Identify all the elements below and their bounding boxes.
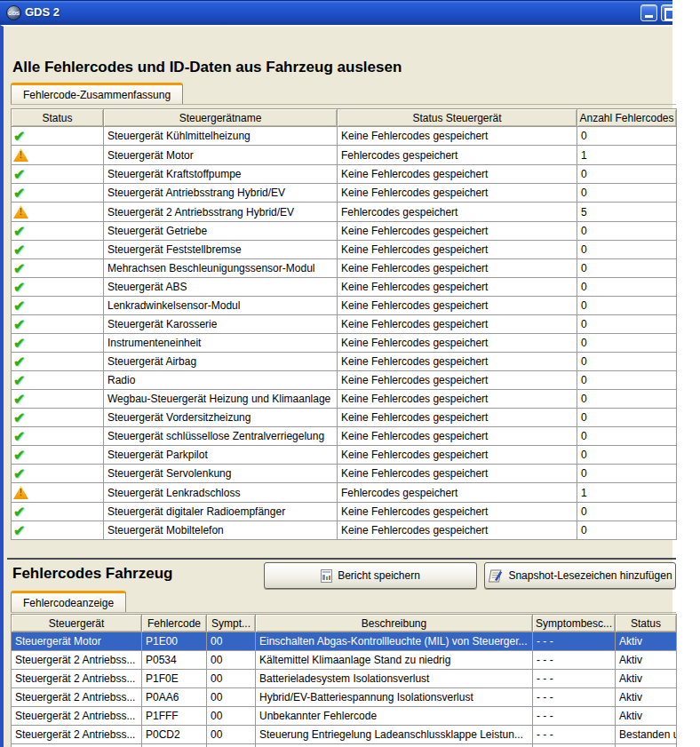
table-row[interactable]: ✔InstrumenteneinheitKeine Fehlercodes ge… bbox=[12, 334, 677, 353]
table-cell: 0 bbox=[577, 390, 677, 409]
table-cell: Keine Fehlercodes gespeichert bbox=[338, 184, 577, 203]
table-row[interactable]: ✔Steuergerät schlüssellose Zentralverrie… bbox=[12, 427, 677, 446]
maximize-button[interactable] bbox=[661, 4, 672, 21]
table-row[interactable]: ✔Steuergerät ParkpilotKeine Fehlercodes … bbox=[12, 446, 677, 465]
column-header[interactable]: Anzahl Fehlercodes bbox=[577, 109, 677, 127]
table-cell: Keine Fehlercodes gespeichert bbox=[338, 315, 577, 334]
summary-table: StatusSteuergerätnameStatus SteuergerätA… bbox=[11, 108, 677, 540]
status-ok-icon: ✔ bbox=[13, 429, 25, 444]
table-cell: Keine Fehlercodes gespeichert bbox=[338, 222, 577, 241]
table-row[interactable]: ✔Steuergerät AirbagKeine Fehlercodes ges… bbox=[12, 353, 677, 371]
status-ok-icon: ✔ bbox=[13, 186, 25, 201]
table-row[interactable]: Steuergerät 2 Antriebss...P053400Kältemi… bbox=[12, 651, 677, 670]
table-cell: Steuergerät Vordersitzheizung bbox=[104, 409, 338, 427]
table-cell: Frühere bbox=[616, 744, 677, 747]
status-ok-icon: ✔ bbox=[13, 523, 25, 538]
status-ok-icon: ✔ bbox=[13, 448, 25, 463]
column-header[interactable]: Beschreibung bbox=[256, 615, 533, 632]
table-cell: 0 bbox=[577, 409, 677, 427]
table-row[interactable]: Steuergerät 2 Antriebss...P1F0E00Batteri… bbox=[12, 670, 677, 688]
table-cell: 00 bbox=[207, 688, 256, 707]
column-header[interactable]: Steuergerätname bbox=[104, 109, 338, 127]
save-report-button[interactable]: Bericht speichern bbox=[264, 562, 477, 589]
table-row[interactable]: Steuergerät 2 Antriebsstrang Hybrid/EVFe… bbox=[12, 203, 677, 222]
column-header[interactable]: Steuergerät bbox=[12, 615, 142, 632]
table-row[interactable]: Steuergerät MotorP1E0000Einschalten Abga… bbox=[12, 632, 677, 651]
tab-panel-border bbox=[11, 104, 676, 105]
status-ok-icon: ✔ bbox=[13, 242, 25, 258]
table-row[interactable]: ✔Wegbau-Steuergerät Heizung und Klimaanl… bbox=[12, 390, 677, 409]
table-cell: ✔ bbox=[12, 371, 104, 390]
table-row[interactable]: ✔Steuergerät MobiltelefonKeine Fehlercod… bbox=[12, 521, 677, 540]
table-row[interactable]: ✔Steuergerät VordersitzheizungKeine Fehl… bbox=[12, 409, 677, 427]
table-cell: 0 bbox=[577, 127, 677, 146]
table-cell: Steuergerät Kühlmittelheizung bbox=[104, 127, 338, 146]
table-cell: Unbekannter Fehlercode bbox=[256, 707, 533, 726]
table-cell: Steuergerät Feststellbremse bbox=[104, 241, 338, 259]
add-snapshot-bookmark-button[interactable]: Snapshot-Lesezeichen hinzufügen bbox=[484, 562, 676, 589]
table-cell: 0 bbox=[577, 465, 677, 483]
table-cell: Aktiv bbox=[616, 632, 677, 651]
status-ok-icon: ✔ bbox=[13, 410, 25, 425]
table-row[interactable]: ✔Steuergerät digitaler RadioempfängerKei… bbox=[12, 503, 677, 521]
table-cell: - - - bbox=[533, 670, 616, 688]
table-cell: Steuergerät 2 Antriebsstrang Hybrid/EV bbox=[104, 203, 338, 222]
table-cell: Steuergerät Airbag bbox=[104, 353, 338, 371]
table-cell: Keine Fehlercodes gespeichert bbox=[338, 259, 577, 278]
table-cell: P0CD2 bbox=[142, 726, 207, 744]
title-bar[interactable]: GDS GDS 2 bbox=[0, 0, 672, 25]
table-row[interactable]: Steuergerät LenkradschlossFehlercodes ge… bbox=[12, 483, 677, 503]
table-row[interactable]: Steuergerät MotorFehlercodes gespeichert… bbox=[12, 146, 677, 165]
table-cell: Steuerung Entriegelung Ladeanschlussklap… bbox=[256, 726, 533, 744]
save-report-label: Bericht speichern bbox=[338, 569, 420, 582]
minimize-button[interactable] bbox=[640, 4, 657, 21]
table-cell: Steuergerät schlüssellose Zentralverrieg… bbox=[104, 427, 338, 446]
table-cell: Kältemittel Klimaanlage Stand zu niedrig bbox=[256, 651, 533, 670]
window-content: Alle Fehlercodes und ID-Daten aus Fahrze… bbox=[0, 25, 672, 747]
status-ok-icon: ✔ bbox=[13, 129, 25, 144]
table-cell: 1 bbox=[577, 146, 677, 165]
table-row[interactable]: ✔Steuergerät ABSKeine Fehlercodes gespei… bbox=[12, 278, 677, 297]
table-cell: P0534 bbox=[142, 651, 207, 670]
table-row[interactable]: ✔RadioKeine Fehlercodes gespeichert0 bbox=[12, 371, 677, 390]
table-cell: 0 bbox=[577, 353, 677, 371]
table-row[interactable]: Steuergerät 2 Antriebss...P1FFF00Unbekan… bbox=[12, 707, 677, 726]
table-row[interactable]: Steuergerät 2 Antriebss...P0AA600Hybrid/… bbox=[12, 688, 677, 707]
table-row[interactable]: Steuergerät 2 Antriebss...P0CD200Steueru… bbox=[12, 726, 677, 744]
table-row[interactable]: ✔Mehrachsen Beschleunigungssensor-ModulK… bbox=[12, 259, 677, 278]
table-cell: ✔ bbox=[12, 334, 104, 353]
table-row[interactable]: ✔Steuergerät KarosserieKeine Fehlercodes… bbox=[12, 315, 677, 334]
column-header[interactable]: Fehlercode bbox=[142, 615, 207, 632]
table-cell: P1F0E bbox=[142, 670, 207, 688]
table-row[interactable]: ✔Steuergerät KraftstoffpumpeKeine Fehler… bbox=[12, 165, 677, 184]
column-header[interactable]: Symptombesc... bbox=[533, 615, 616, 632]
table-cell: Steuergerät Motor bbox=[104, 146, 338, 165]
table-row[interactable]: Steuergerät Lenkradsc...U014000Keine Kom… bbox=[12, 744, 677, 747]
table-cell: ✔ bbox=[12, 353, 104, 371]
table-row[interactable]: ✔Steuergerät FeststellbremseKeine Fehler… bbox=[12, 241, 677, 259]
gds2-window: GDS GDS 2 Alle Fehlercodes und ID-Daten … bbox=[0, 0, 672, 747]
summary-table-header-row: StatusSteuergerätnameStatus SteuergerätA… bbox=[12, 109, 677, 127]
table-row[interactable]: ✔Lenkradwinkelsensor-ModulKeine Fehlerco… bbox=[12, 297, 677, 315]
tab-fehlercode-zusammenfassung[interactable]: Fehlercode-Zusammenfassung bbox=[11, 83, 183, 104]
table-row[interactable]: ✔Steuergerät Antriebsstrang Hybrid/EVKei… bbox=[12, 184, 677, 203]
table-cell: Steuergerät 2 Antriebss... bbox=[12, 670, 142, 688]
table-cell: Steuergerät 2 Antriebss... bbox=[12, 651, 142, 670]
table-cell: Steuergerät Servolenkung bbox=[104, 465, 338, 483]
table-cell: 0 bbox=[577, 371, 677, 390]
table-row[interactable]: ✔Steuergerät GetriebeKeine Fehlercodes g… bbox=[12, 222, 677, 241]
table-cell: ✔ bbox=[12, 315, 104, 334]
table-cell: Steuergerät ABS bbox=[104, 278, 338, 297]
column-header[interactable]: Sympt... bbox=[207, 615, 256, 632]
column-header[interactable]: Status Steuergerät bbox=[338, 109, 577, 127]
tab-fehlercodeanzeige[interactable]: Fehlercodeanzeige bbox=[11, 591, 126, 612]
table-row[interactable]: ✔Steuergerät ServolenkungKeine Fehlercod… bbox=[12, 465, 677, 483]
column-header[interactable]: Status bbox=[12, 109, 104, 127]
table-cell: Keine Fehlercodes gespeichert bbox=[338, 297, 577, 315]
table-cell: - - - bbox=[533, 688, 616, 707]
table-cell: Steuergerät Getriebe bbox=[104, 222, 338, 241]
column-header[interactable]: Status bbox=[616, 615, 677, 632]
status-warning-icon bbox=[13, 205, 28, 219]
table-row[interactable]: ✔Steuergerät KühlmittelheizungKeine Fehl… bbox=[12, 127, 677, 146]
table-cell: Keine Kommunikation mit Steuergerät Karo… bbox=[256, 744, 533, 747]
